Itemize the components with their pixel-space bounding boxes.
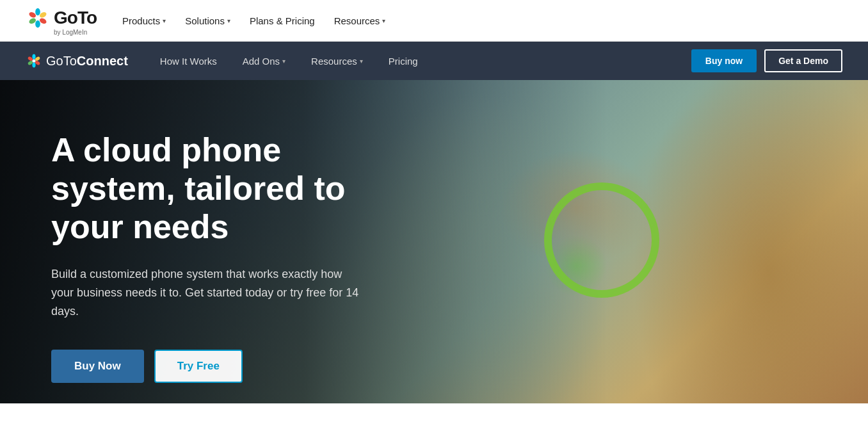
hero-buy-now-button[interactable]: Buy Now: [51, 350, 144, 383]
svg-point-0: [35, 8, 40, 15]
nav-solutions[interactable]: Solutions ▾: [185, 15, 230, 26]
hero-try-free-button[interactable]: Try Free: [154, 350, 243, 383]
sub-nav: GoToConnect How It Works Add Ons ▾ Resou…: [0, 42, 868, 80]
gotoconnect-logo[interactable]: GoToConnect: [26, 53, 128, 69]
get-demo-button[interactable]: Get a Demo: [764, 49, 842, 72]
svg-point-10: [32, 63, 35, 68]
nav-products[interactable]: Products ▾: [122, 15, 166, 26]
nav-resources-link[interactable]: Resources ▾: [334, 15, 386, 26]
subnav-add-ons[interactable]: Add Ons ▾: [243, 56, 285, 67]
top-nav: GoTo by LogMeIn Products ▾ Solutions ▾ P…: [0, 0, 868, 42]
nav-plans-pricing[interactable]: Plans & Pricing: [250, 15, 315, 26]
bylogmein-text: by LogMeIn: [54, 29, 87, 36]
subnav-resources[interactable]: Resources ▾: [311, 56, 363, 67]
svg-point-6: [35, 15, 40, 20]
buy-now-button[interactable]: Buy now: [691, 49, 757, 72]
goto-logo[interactable]: GoTo by LogMeIn: [26, 6, 97, 36]
subnav-how-it-works-link[interactable]: How It Works: [160, 56, 217, 67]
top-nav-links: Products ▾ Solutions ▾ Plans & Pricing R…: [122, 15, 385, 26]
hero-subtitle: Build a customized phone system that wor…: [51, 265, 365, 320]
products-chevron-icon: ▾: [163, 17, 166, 24]
hero-content: A cloud phone system, tailored to your n…: [0, 80, 416, 403]
gotoconnect-snowflake-icon: [26, 53, 42, 69]
hero-title: A cloud phone system, tailored to your n…: [51, 131, 365, 246]
resources-chevron-icon: ▾: [382, 17, 385, 24]
subnav-pricing-link[interactable]: Pricing: [389, 56, 418, 67]
nav-products-link[interactable]: Products ▾: [122, 15, 166, 26]
gotoconnect-brand-text: GoToConnect: [46, 54, 128, 69]
svg-point-3: [35, 20, 40, 27]
sub-nav-right: Buy now Get a Demo: [691, 49, 842, 72]
add-ons-chevron-icon: ▾: [282, 58, 285, 65]
subnav-add-ons-link[interactable]: Add Ons ▾: [243, 56, 285, 67]
svg-point-7: [32, 54, 35, 60]
subnav-resources-chevron-icon: ▾: [360, 58, 363, 65]
nav-resources[interactable]: Resources ▾: [334, 15, 386, 26]
decorative-circle: [544, 182, 659, 298]
hero-buttons: Buy Now Try Free: [51, 350, 365, 383]
subnav-how-it-works[interactable]: How It Works: [160, 56, 217, 67]
svg-point-13: [32, 59, 35, 62]
sub-nav-left: GoToConnect How It Works Add Ons ▾ Resou…: [26, 53, 418, 69]
sub-nav-links: How It Works Add Ons ▾ Resources ▾ Prici…: [160, 56, 418, 67]
nav-plans-pricing-link[interactable]: Plans & Pricing: [250, 15, 315, 26]
goto-snowflake-icon: [26, 6, 50, 30]
goto-logo-area: GoTo by LogMeIn: [26, 6, 97, 36]
nav-solutions-link[interactable]: Solutions ▾: [185, 15, 230, 26]
solutions-chevron-icon: ▾: [227, 17, 230, 24]
hero-section: A cloud phone system, tailored to your n…: [0, 80, 868, 403]
goto-brand-text: GoTo: [54, 8, 97, 28]
subnav-pricing[interactable]: Pricing: [389, 56, 418, 67]
subnav-resources-link[interactable]: Resources ▾: [311, 56, 363, 67]
